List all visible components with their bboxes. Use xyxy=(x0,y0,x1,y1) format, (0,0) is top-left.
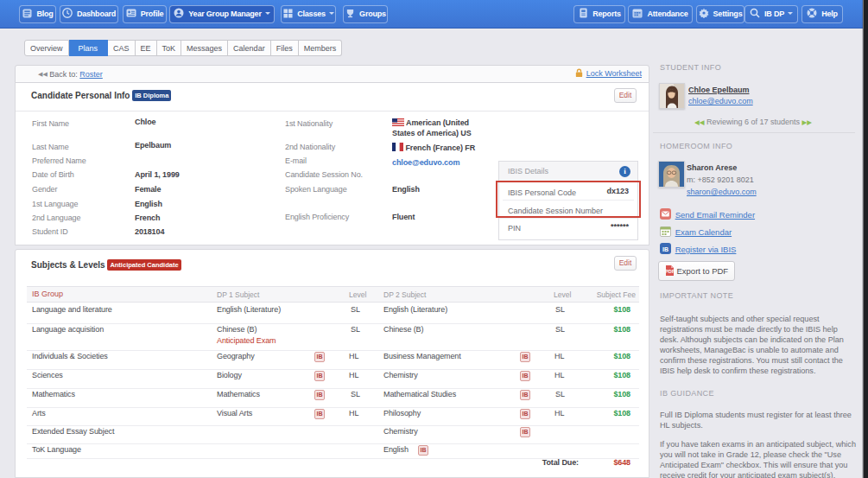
svg-text:IB: IB xyxy=(662,246,668,252)
svg-text:PDF: PDF xyxy=(665,269,675,274)
